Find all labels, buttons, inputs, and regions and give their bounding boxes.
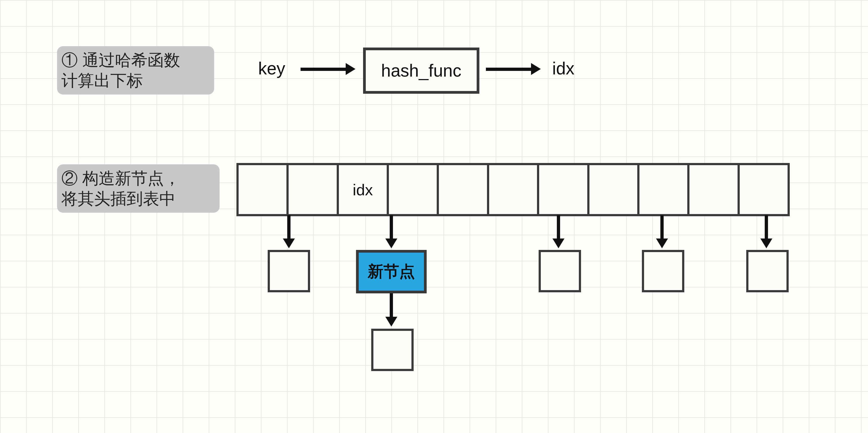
slot-0 <box>239 165 289 214</box>
hash-table: idx <box>237 163 790 216</box>
idx-label: idx <box>552 58 575 78</box>
hashfunc-text: hash_func <box>381 61 461 81</box>
node-slot1 <box>268 250 310 292</box>
new-node: 新节点 <box>356 250 427 293</box>
node-after-newnode <box>371 329 414 371</box>
step1-label-text: ① 通过哈希函数 计算出下标 <box>61 51 180 90</box>
step1-label: ① 通过哈希函数 计算出下标 <box>57 46 214 95</box>
node-slot10 <box>746 250 788 292</box>
key-label: key <box>258 58 285 78</box>
hashfunc-box: hash_func <box>363 47 479 94</box>
slot-10 <box>740 165 787 214</box>
slot-6 <box>539 165 589 214</box>
node-slot8 <box>642 250 684 292</box>
step2-label-text: ② 构造新节点， 将其头插到表中 <box>61 169 180 208</box>
slot-7 <box>589 165 640 214</box>
slot-9 <box>689 165 740 214</box>
slot-3 <box>389 165 439 214</box>
slot-idx-text: idx <box>353 181 373 199</box>
slot-1 <box>289 165 339 214</box>
slot-8 <box>640 165 689 214</box>
diagram-layer: ① 通过哈希函数 计算出下标 key hash_func idx ② 构造新节点… <box>0 0 868 433</box>
new-node-text: 新节点 <box>368 261 415 282</box>
slot-5 <box>489 165 539 214</box>
slot-idx: idx <box>339 165 389 214</box>
node-slot6 <box>539 250 581 292</box>
slot-4 <box>439 165 489 214</box>
step2-label: ② 构造新节点， 将其头插到表中 <box>57 164 220 213</box>
